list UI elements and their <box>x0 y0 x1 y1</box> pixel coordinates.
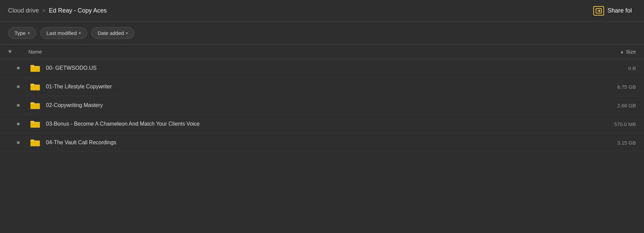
table-row[interactable]: 04-The Vault Call Recordings 3.15 GB <box>0 133 644 152</box>
breadcrumb: Cloud drive > Ed Reay - Copy Aces <box>8 7 107 14</box>
file-size: 3.15 GB <box>589 140 636 146</box>
file-name: 03-Bonus - Become A Chameleon And Match … <box>42 121 589 127</box>
table-row[interactable]: 02-Copywriting Mastery 2.66 GB <box>0 96 644 115</box>
row-dot-4 <box>8 141 28 144</box>
status-dot-icon <box>17 141 20 144</box>
date-added-filter-button[interactable]: Date added ▾ <box>91 27 135 39</box>
date-added-filter-label: Date added <box>98 30 124 36</box>
name-column-label: Name <box>28 49 42 55</box>
status-dot-icon <box>17 67 20 69</box>
favorite-header: ♥ <box>8 48 28 55</box>
file-size: 0 B <box>589 65 636 71</box>
folder-icon-col <box>28 64 42 72</box>
table-row[interactable]: 00- GETWSODO.US 0 B <box>0 59 644 78</box>
folder-icon <box>30 138 41 147</box>
status-dot-icon <box>17 85 20 88</box>
file-name: 02-Copywriting Mastery <box>42 102 589 108</box>
row-dot-0 <box>8 67 28 69</box>
last-modified-filter-button[interactable]: Last modified ▾ <box>40 27 87 39</box>
row-dot-3 <box>8 123 28 125</box>
folder-icon <box>30 64 41 72</box>
filter-bar: Type ▾ Last modified ▾ Date added ▾ <box>0 22 644 44</box>
file-name: 01-The Lifestyle Copywriter <box>42 84 589 90</box>
folder-icon-col <box>28 138 42 147</box>
file-size: 570.0 MB <box>589 121 636 127</box>
status-dot-icon <box>17 123 20 125</box>
name-column-header[interactable]: Name <box>28 49 589 55</box>
share-folder-label: Share fol <box>607 7 632 14</box>
file-name: 00- GETWSODO.US <box>42 65 589 71</box>
breadcrumb-separator: > <box>42 8 45 14</box>
breadcrumb-root[interactable]: Cloud drive <box>8 7 39 14</box>
header: Cloud drive > Ed Reay - Copy Aces Share … <box>0 0 644 22</box>
breadcrumb-current[interactable]: Ed Reay - Copy Aces <box>49 7 107 14</box>
status-dot-icon <box>17 104 20 107</box>
file-size: 6.75 GB <box>589 84 636 90</box>
folder-icon-col <box>28 120 42 128</box>
date-added-chevron-icon: ▾ <box>126 31 128 36</box>
folder-icon <box>30 101 41 110</box>
size-sort-arrow-icon: ▲ <box>620 49 624 54</box>
row-dot-2 <box>8 104 28 107</box>
file-size: 2.66 GB <box>589 103 636 108</box>
type-filter-label: Type <box>15 30 26 36</box>
folder-icon-col <box>28 101 42 110</box>
last-modified-filter-label: Last modified <box>47 30 77 36</box>
table-row[interactable]: 01-The Lifestyle Copywriter 6.75 GB <box>0 78 644 96</box>
type-filter-button[interactable]: Type ▾ <box>8 27 36 39</box>
folder-icon <box>30 82 41 91</box>
folder-icon <box>30 120 41 128</box>
share-folder-icon <box>593 6 604 16</box>
table-row[interactable]: 03-Bonus - Become A Chameleon And Match … <box>0 115 644 133</box>
folder-icon-col <box>28 82 42 91</box>
size-column-label: Size <box>626 49 636 55</box>
last-modified-chevron-icon: ▾ <box>79 31 81 36</box>
share-folder-button[interactable]: Share fol <box>589 3 636 18</box>
type-chevron-icon: ▾ <box>28 31 30 36</box>
size-column-header[interactable]: ▲ Size <box>589 49 636 55</box>
file-name: 04-The Vault Call Recordings <box>42 140 589 146</box>
file-list: 00- GETWSODO.US 0 B 01-The Lifestyle Cop… <box>0 59 644 152</box>
table-header: ♥ Name ▲ Size <box>0 44 644 59</box>
row-dot-1 <box>8 85 28 88</box>
heart-icon: ♥ <box>8 48 12 55</box>
